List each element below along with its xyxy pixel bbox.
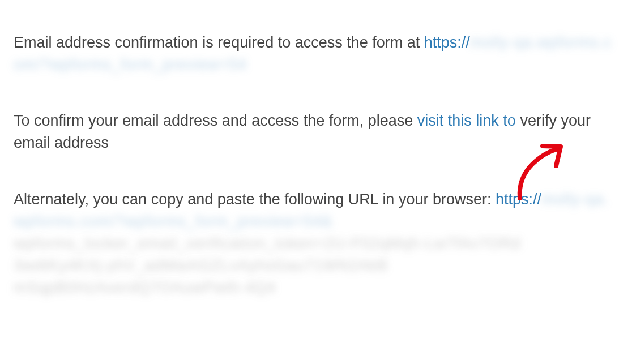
blurred-url-part3: 3wdtKy4KXj-yhV_adMwAGZLvAyhsGau71WN2AkB (14, 257, 388, 274)
blurred-url-part4: mSqpB0HzAverdQ7OAuwPwth-4Q4 (14, 279, 276, 296)
blurred-url-part2: wpforms_locker_email_verification_token=… (14, 235, 521, 252)
paragraph-confirm-instructions: To confirm your email address and access… (14, 110, 618, 154)
text-alternate: Alternately, you can copy and paste the … (14, 191, 496, 208)
paragraph-confirmation-required: Email address confirmation is required t… (14, 32, 618, 76)
url-prefix-2: https:// (496, 191, 541, 208)
paragraph-alternate-url: Alternately, you can copy and paste the … (14, 189, 618, 299)
text-intro: Email address confirmation is required t… (14, 34, 424, 51)
text-before-link: To confirm your email address and access… (14, 112, 417, 129)
url-prefix: https:// (424, 34, 470, 51)
verify-email-link[interactable]: visit this link to (417, 112, 516, 129)
